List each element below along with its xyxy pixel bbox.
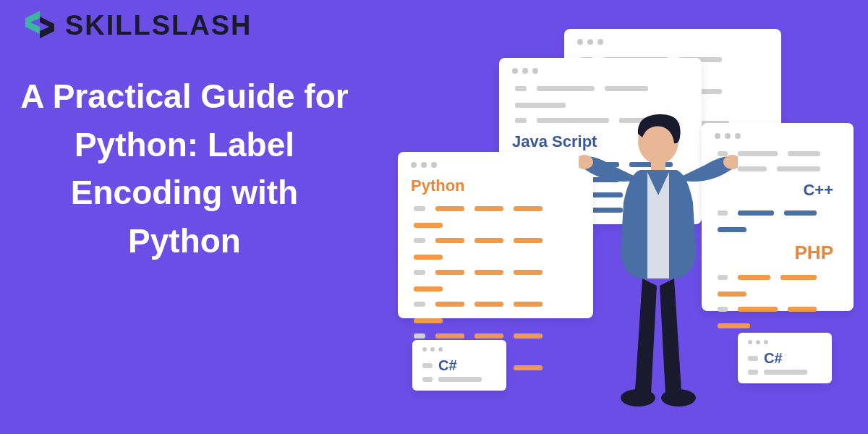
card-python: Python xyxy=(398,152,593,318)
person-illustration xyxy=(579,109,738,412)
svg-point-5 xyxy=(661,389,696,407)
card-csharp-right: C# xyxy=(738,333,832,383)
svg-point-4 xyxy=(621,389,655,407)
logo-icon xyxy=(22,7,58,43)
logo-text: SKILLSLASH xyxy=(65,10,252,41)
card-csharp-left: C# xyxy=(412,340,506,391)
page-title: A Practical Guide for Python: Label Enco… xyxy=(14,72,354,265)
illustration: Java Script Python C++ PHP C# C# xyxy=(391,29,868,434)
brand-logo: SKILLSLASH xyxy=(22,7,252,43)
label-csharp-left: C# xyxy=(438,357,457,374)
label-csharp-right: C# xyxy=(764,350,783,367)
label-python: Python xyxy=(411,176,580,195)
